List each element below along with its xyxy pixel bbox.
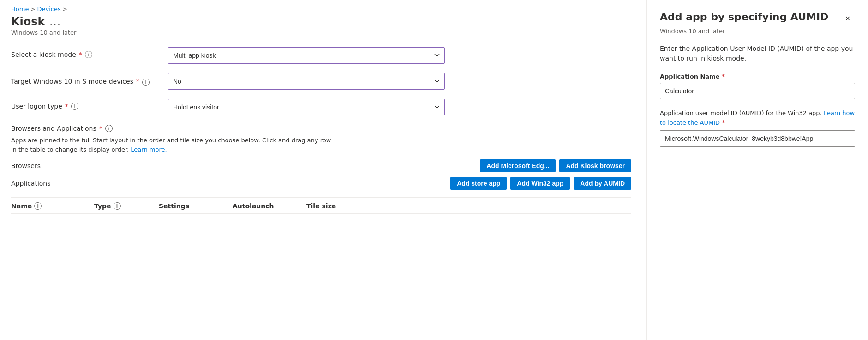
add-store-app-button[interactable]: Add store app [450,177,507,190]
panel-subtitle: Windows 10 and later [660,28,855,35]
app-name-required: * [721,73,724,80]
browsers-apps-info-icon[interactable]: i [105,125,113,132]
page-title: Kiosk ... [11,15,631,28]
app-name-label: Application Name * [660,73,855,80]
applications-row: Applications Add store app Add Win32 app… [11,177,631,190]
col-name: Name i [11,202,94,210]
kiosk-mode-select[interactable]: Multi app kiosk Single app kiosk [168,47,445,64]
user-logon-info-icon[interactable]: i [71,103,78,110]
breadcrumb-home[interactable]: Home [11,6,29,12]
kiosk-mode-label: Select a kiosk mode [11,51,76,58]
browsers-row: Browsers Add Microsoft Edg... Add Kiosk … [11,159,631,172]
col-settings: Settings [159,202,233,210]
target-windows-control: No Yes [168,73,445,90]
applications-label: Applications [11,180,103,187]
browsers-apps-required: * [99,125,102,132]
browsers-label: Browsers [11,162,103,170]
target-windows-label: Target Windows 10 in S mode devices [11,78,133,85]
aumid-label-row: Application user model ID (AUMID) for th… [660,109,855,128]
target-windows-field: Target Windows 10 in S mode devices * i … [11,73,631,90]
page-title-menu[interactable]: ... [50,16,61,27]
table-section: Name i Type i Settings Autolaunch Tile s… [11,197,631,214]
add-microsoft-edge-button[interactable]: Add Microsoft Edg... [480,159,556,172]
aumid-input[interactable] [660,130,855,147]
target-windows-required: * [136,78,139,85]
breadcrumb-sep1: > [30,6,35,12]
target-windows-info-icon[interactable]: i [142,79,150,86]
kiosk-mode-info-icon[interactable]: i [85,51,92,58]
panel-header: Add app by specifying AUMID × [660,11,855,26]
right-panel: Add app by specifying AUMID × Windows 10… [647,0,868,340]
kiosk-mode-control: Multi app kiosk Single app kiosk [168,47,445,64]
aumid-field: Application user model ID (AUMID) for th… [660,109,855,147]
learn-more-link[interactable]: Learn more. [131,146,167,153]
browsers-apps-section: Browsers and Applications * i Apps are p… [11,125,631,214]
target-windows-select[interactable]: No Yes [168,73,445,90]
col-name-info[interactable]: i [34,202,42,210]
page-subtitle: Windows 10 and later [11,29,631,36]
col-type-info[interactable]: i [114,202,121,210]
kiosk-mode-label-col: Select a kiosk mode * i [11,47,159,58]
breadcrumb-sep2: > [63,6,67,12]
user-logon-select[interactable]: HoloLens visitor Azure AD user or group … [168,99,445,115]
browsers-apps-description: Apps are pinned to the full Start layout… [11,136,334,154]
col-type: Type i [94,202,159,210]
table-header: Name i Type i Settings Autolaunch Tile s… [11,198,631,214]
breadcrumb: Home > Devices > [11,6,631,12]
panel-title: Add app by specifying AUMID [660,11,840,23]
target-windows-label-col: Target Windows 10 in S mode devices * i [11,73,159,86]
user-logon-field: User logon type * i HoloLens visitor Azu… [11,99,631,115]
aumid-required: * [722,119,725,126]
app-name-input[interactable] [660,83,855,99]
left-panel: Home > Devices > Kiosk ... Windows 10 an… [0,0,647,340]
close-button[interactable]: × [840,11,855,26]
add-by-aumid-button[interactable]: Add by AUMID [574,177,631,190]
browsers-apps-label: Browsers and Applications [11,125,96,132]
user-logon-label: User logon type [11,103,62,110]
user-logon-label-col: User logon type * i [11,99,159,110]
kiosk-mode-required: * [79,51,82,58]
col-tilesize: Tile size [306,202,380,210]
col-autolaunch: Autolaunch [233,202,306,210]
add-win32-app-button[interactable]: Add Win32 app [510,177,570,190]
panel-description: Enter the Application User Model ID (AUM… [660,44,855,63]
user-logon-control: HoloLens visitor Azure AD user or group … [168,99,445,115]
breadcrumb-devices[interactable]: Devices [37,6,60,12]
user-logon-required: * [65,103,68,110]
add-kiosk-browser-button[interactable]: Add Kiosk browser [559,159,631,172]
section-label-row: Browsers and Applications * i [11,125,631,132]
app-name-field: Application Name * [660,73,855,99]
kiosk-mode-field: Select a kiosk mode * i Multi app kiosk … [11,47,631,64]
page-title-text: Kiosk [11,15,45,28]
